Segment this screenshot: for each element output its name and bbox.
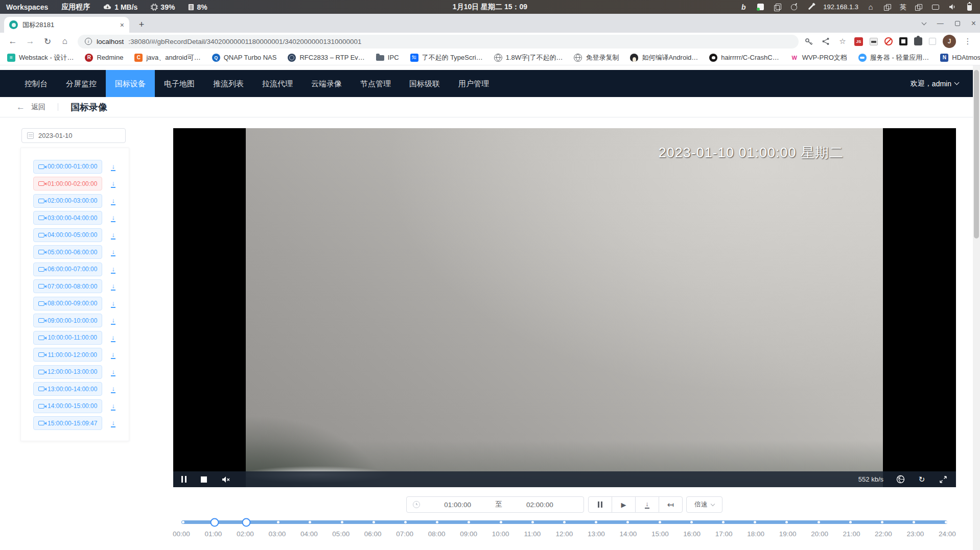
forward-button[interactable]: → — [22, 34, 38, 49]
extension-adblock-icon[interactable] — [884, 37, 893, 45]
new-tab-button[interactable]: + — [135, 18, 148, 31]
record-pill[interactable]: 11:00:00-12:00:00 — [33, 348, 102, 362]
record-pill[interactable]: 10:00:00-11:00:00 — [33, 331, 102, 345]
pause-button[interactable] — [588, 496, 612, 513]
download-button[interactable] — [110, 212, 116, 223]
record-pill[interactable]: 02:00:00-03:00:00 — [33, 194, 102, 208]
timeline-track[interactable] — [181, 520, 947, 524]
browser-tab[interactable]: 国标28181 × — [4, 17, 129, 33]
tray-ip-address[interactable]: 192.168.1.3 — [823, 3, 858, 11]
bookmark-item[interactable]: IPC — [376, 54, 399, 61]
download-button[interactable] — [110, 401, 116, 412]
window-minimize-icon[interactable]: — — [937, 19, 944, 27]
page-scrollbar[interactable] — [973, 65, 980, 550]
nav-item[interactable]: 电子地图 — [155, 70, 204, 97]
fullscreen-icon[interactable] — [939, 475, 948, 484]
seek-back-button[interactable]: ↤ — [659, 496, 683, 513]
tab-close-icon[interactable]: × — [120, 21, 124, 29]
tray-clipboard-icon[interactable] — [773, 3, 782, 12]
nav-item[interactable]: 拉流代理 — [253, 70, 302, 97]
url-bar[interactable]: i localhost:38080/#/gbRecordDetail/34020… — [78, 35, 799, 49]
record-pill[interactable]: 04:00:00-05:00:00 — [33, 228, 102, 242]
extension-doc-icon[interactable] — [870, 38, 878, 45]
bookmark-item[interactable]: WVP-PRO文档 — [790, 53, 847, 62]
tray-volume-icon[interactable] — [948, 3, 957, 12]
download-button[interactable] — [110, 315, 116, 326]
bookmark-item[interactable]: QNAP Turbo NAS — [212, 54, 277, 62]
applications-button[interactable]: 应用程序 — [61, 3, 90, 12]
bookmark-item[interactable]: 了不起的 TypeScri… — [410, 53, 483, 62]
reload-button[interactable]: ↻ — [40, 34, 55, 49]
download-button[interactable] — [110, 332, 116, 343]
pause-icon[interactable] — [181, 476, 186, 483]
extension-js-icon[interactable]: JS — [854, 37, 863, 46]
timeline-handle[interactable] — [242, 518, 251, 527]
bookmark-item[interactable]: 如何编译Android… — [630, 53, 698, 62]
record-pill[interactable]: 14:00:00-15:00:00 — [33, 399, 102, 413]
tray-screenshot-icon[interactable] — [756, 3, 765, 12]
extension-qr-icon[interactable] — [899, 37, 907, 45]
record-pill[interactable]: 12:00:00-13:00:00 — [33, 365, 102, 379]
end-time[interactable]: 02:00:00 — [502, 501, 577, 509]
download-button[interactable] — [110, 367, 116, 377]
download-button[interactable] — [110, 349, 116, 360]
bookmark-item[interactable]: 免登录复制 — [574, 53, 619, 62]
download-button[interactable] — [110, 161, 116, 172]
tray-workspaces-icon[interactable] — [883, 3, 892, 12]
record-pill[interactable]: 15:00:00-15:09:47 — [33, 416, 102, 430]
bookmark-item[interactable]: 服务器 - 轻量应用… — [858, 53, 929, 62]
extensions-puzzle-icon[interactable] — [914, 37, 922, 45]
back-link[interactable]: 返回 — [31, 103, 45, 112]
tray-battery-icon[interactable] — [965, 3, 974, 12]
download-record-button[interactable] — [635, 496, 659, 513]
nav-item[interactable]: 用户管理 — [449, 70, 498, 97]
play-button[interactable]: ▶ — [612, 496, 636, 513]
bookmark-item[interactable]: 1.8W字|了不起的… — [494, 53, 563, 62]
back-button[interactable]: ← — [5, 34, 20, 49]
browser-menu-icon[interactable]: ⋮ — [963, 36, 973, 46]
download-button[interactable] — [110, 247, 116, 257]
download-button[interactable] — [110, 418, 116, 428]
nav-item[interactable]: 国标级联 — [400, 70, 449, 97]
bookmark-item[interactable]: hairrrrr/C-CrashC… — [709, 54, 779, 62]
date-picker[interactable]: 2023-01-10 — [21, 128, 126, 143]
mute-icon[interactable] — [221, 475, 230, 484]
password-key-icon[interactable] — [804, 36, 814, 46]
tray-launcher-icon[interactable]: b — [739, 3, 748, 12]
time-range-input[interactable]: 01:00:00 至 02:00:00 — [406, 496, 584, 513]
share-icon[interactable] — [821, 36, 831, 46]
record-pill[interactable]: 09:00:00-10:00:00 — [33, 314, 102, 327]
timeline-handle[interactable] — [211, 518, 219, 527]
workspaces-button[interactable]: Workspaces — [6, 3, 48, 11]
nav-item[interactable]: 分屏监控 — [57, 70, 106, 97]
stop-icon[interactable] — [201, 476, 207, 483]
extension-blank-icon[interactable] — [929, 38, 936, 45]
record-pill[interactable]: 03:00:00-04:00:00 — [33, 211, 102, 225]
download-button[interactable] — [110, 281, 116, 292]
nav-item[interactable]: 国标设备 — [106, 70, 155, 97]
site-info-icon[interactable]: i — [85, 38, 92, 45]
bookmark-star-icon[interactable]: ☆ — [837, 36, 848, 46]
record-pill[interactable]: 01:00:00-02:00:00 — [33, 177, 102, 190]
tray-tools-icon[interactable] — [806, 3, 815, 12]
tray-home-icon[interactable]: ⌂ — [866, 3, 875, 12]
bookmark-item[interactable]: HDAtmos :: 种子 *… — [940, 53, 980, 62]
user-menu[interactable]: 欢迎，admin — [911, 79, 959, 88]
record-pill[interactable]: 05:00:00-06:00:00 — [33, 245, 102, 259]
refresh-icon[interactable]: ↻ — [917, 475, 926, 484]
settings-shutter-icon[interactable] — [896, 475, 905, 484]
download-button[interactable] — [110, 384, 116, 394]
profile-avatar[interactable]: J — [943, 35, 956, 48]
nav-item[interactable]: 推流列表 — [204, 70, 253, 97]
bookmark-item[interactable]: RFC2833 – RTP Ev… — [288, 54, 364, 62]
tray-caffeine-icon[interactable] — [789, 3, 799, 12]
download-button[interactable] — [110, 298, 116, 309]
record-pill[interactable]: 13:00:00-14:00:00 — [33, 382, 102, 396]
start-time[interactable]: 01:00:00 — [420, 501, 495, 509]
speed-dropdown[interactable]: 倍速 — [686, 496, 722, 513]
home-button[interactable]: ⌂ — [57, 34, 73, 49]
tab-search-chevron-icon[interactable] — [921, 20, 926, 25]
video-player[interactable]: 2023-01-10 01:00:00 星期二 552 kb/s ↻ — [173, 128, 956, 487]
bookmark-item[interactable]: Redmine — [85, 54, 123, 62]
back-arrow-icon[interactable]: ← — [16, 102, 25, 112]
